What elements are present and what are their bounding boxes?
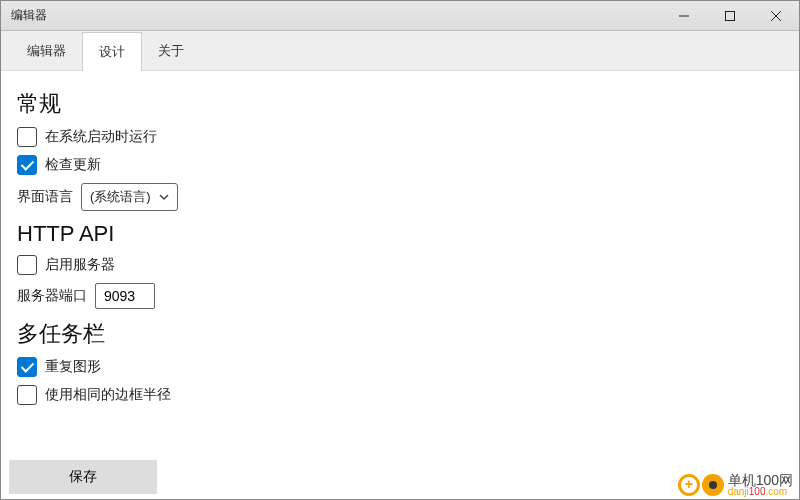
section-multitaskbar-title: 多任务栏 (17, 319, 783, 349)
watermark: 单机100网 danji100.com (678, 473, 793, 497)
label-check-updates: 检查更新 (45, 156, 101, 174)
tab-strip: 编辑器 设计 关于 (1, 31, 799, 71)
select-ui-language-value: (系统语言) (90, 188, 151, 206)
checkbox-repeat-graphic[interactable] (17, 357, 37, 377)
minimize-button[interactable] (661, 1, 707, 31)
maximize-button[interactable] (707, 1, 753, 31)
label-ui-language: 界面语言 (17, 188, 73, 206)
window-title: 编辑器 (11, 7, 47, 24)
window-titlebar: 编辑器 (1, 1, 799, 31)
chevron-down-icon (159, 192, 169, 202)
settings-content[interactable]: 常规 在系统启动时运行 检查更新 界面语言 (系统语言) HTTP API 启用… (1, 71, 799, 499)
checkbox-same-radius[interactable] (17, 385, 37, 405)
checkbox-check-updates[interactable] (17, 155, 37, 175)
save-button[interactable]: 保存 (9, 460, 157, 494)
label-run-on-startup: 在系统启动时运行 (45, 128, 157, 146)
label-repeat-graphic: 重复图形 (45, 358, 101, 376)
watermark-line2: danji100.com (728, 487, 793, 497)
watermark-line1: 单机100网 (728, 473, 793, 487)
tab-design[interactable]: 设计 (82, 32, 142, 71)
tab-about[interactable]: 关于 (142, 32, 200, 70)
svg-rect-1 (726, 11, 735, 20)
select-ui-language[interactable]: (系统语言) (81, 183, 178, 211)
label-enable-server: 启用服务器 (45, 256, 115, 274)
tab-editor[interactable]: 编辑器 (11, 32, 82, 70)
label-same-radius: 使用相同的边框半径 (45, 386, 171, 404)
watermark-logo-icon (678, 474, 724, 496)
checkbox-enable-server[interactable] (17, 255, 37, 275)
checkbox-run-on-startup[interactable] (17, 127, 37, 147)
close-button[interactable] (753, 1, 799, 31)
label-server-port: 服务器端口 (17, 287, 87, 305)
section-http-title: HTTP API (17, 221, 783, 247)
section-general-title: 常规 (17, 89, 783, 119)
input-server-port[interactable] (95, 283, 155, 309)
